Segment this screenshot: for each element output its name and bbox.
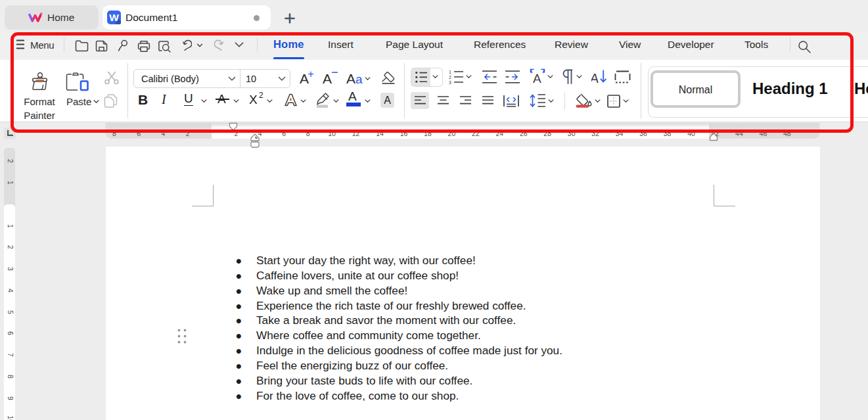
svg-text:W: W xyxy=(109,12,119,23)
